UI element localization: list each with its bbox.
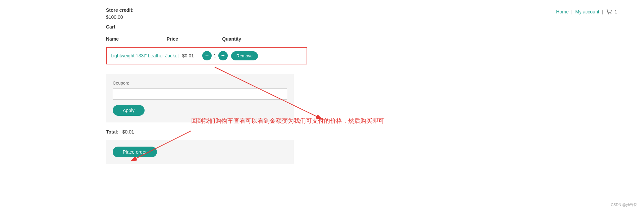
cart-title: Cart xyxy=(106,24,307,30)
apply-button[interactable]: Apply xyxy=(113,105,145,116)
separator2: | xyxy=(602,9,603,14)
qty-increase-button[interactable]: + xyxy=(218,51,228,60)
coupon-label: Coupon: xyxy=(113,81,287,86)
col-quantity: Quantity xyxy=(222,35,307,44)
cart-row-inner: Lightweight "l33t" Leather Jacket $0.01 … xyxy=(106,47,307,64)
svg-point-0 xyxy=(608,13,609,14)
product-price: $0.01 xyxy=(182,53,199,58)
separator1: | xyxy=(571,9,573,14)
home-link[interactable]: Home xyxy=(556,9,569,14)
table-row: Lightweight "l33t" Leather Jacket $0.01 … xyxy=(106,44,307,67)
header-nav: Home | My account | 1 xyxy=(556,9,617,15)
col-name: Name xyxy=(106,35,167,44)
place-order-button[interactable]: Place order xyxy=(113,147,157,157)
place-order-section: Place order xyxy=(106,140,294,164)
svg-point-1 xyxy=(610,13,611,14)
main-content: Store credit: $100.00 Cart Name Price Qu… xyxy=(106,7,307,164)
col-price: Price xyxy=(167,35,222,44)
cart-icon-area[interactable]: 1 xyxy=(606,9,617,15)
annotation-text: 回到我们购物车查看可以看到金额变为我们可支付的价格，然后购买即可 xyxy=(191,117,384,125)
total-amount: $0.01 xyxy=(122,129,134,135)
total-label: Total: xyxy=(106,129,118,135)
qty-decrease-button[interactable]: − xyxy=(202,51,212,60)
cart-table: Name Price Quantity Lightweight "l33t" L… xyxy=(106,35,307,67)
product-name-link[interactable]: Lightweight "l33t" Leather Jacket xyxy=(111,53,179,58)
my-account-link[interactable]: My account xyxy=(575,9,599,14)
remove-button[interactable]: Remove xyxy=(231,51,258,60)
store-credit-amount: $100.00 xyxy=(106,14,123,20)
qty-controls: − 1 + xyxy=(202,51,228,60)
coupon-input[interactable] xyxy=(113,88,287,100)
cart-count: 1 xyxy=(614,9,617,14)
cart-icon xyxy=(606,9,613,15)
qty-value: 1 xyxy=(214,53,216,58)
store-credit-section: Store credit: $100.00 xyxy=(106,7,307,21)
watermark: CSDN @yh野良 xyxy=(611,202,637,207)
coupon-section: Coupon: Apply xyxy=(106,74,294,122)
total-row: Total: $0.01 xyxy=(106,129,307,135)
store-credit-label: Store credit: xyxy=(106,7,133,13)
